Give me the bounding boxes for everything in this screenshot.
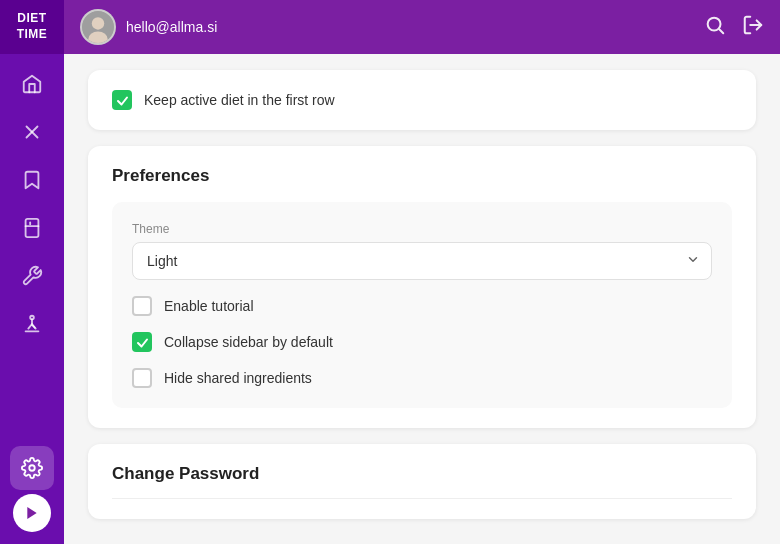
change-password-divider — [112, 498, 732, 499]
sidebar-item-food[interactable] — [10, 110, 54, 154]
svg-rect-2 — [26, 219, 39, 237]
search-icon[interactable] — [704, 14, 726, 41]
sidebar-item-tools[interactable] — [10, 254, 54, 298]
app-logo: DIET TIME — [0, 0, 64, 54]
sidebar-bottom — [10, 446, 54, 532]
svg-marker-7 — [27, 507, 36, 519]
keep-active-diet-label: Keep active diet in the first row — [144, 92, 335, 108]
theme-select[interactable]: Light Dark System — [132, 242, 712, 280]
hide-shared-label: Hide shared ingredients — [164, 370, 312, 386]
sidebar-item-activity[interactable] — [10, 302, 54, 346]
sidebar-item-home[interactable] — [10, 62, 54, 106]
preferences-title: Preferences — [112, 166, 732, 186]
sidebar-item-fridge[interactable] — [10, 206, 54, 250]
collapse-sidebar-row[interactable]: Collapse sidebar by default — [132, 332, 712, 352]
theme-group: Theme Light Dark System — [132, 222, 712, 280]
sidebar-item-play[interactable] — [13, 494, 51, 532]
change-password-title: Change Password — [112, 464, 732, 484]
hide-shared-checkbox[interactable] — [132, 368, 152, 388]
sidebar-nav — [10, 62, 54, 446]
content-area: Keep active diet in the first row Prefer… — [64, 54, 780, 544]
svg-point-9 — [92, 17, 104, 29]
enable-tutorial-label: Enable tutorial — [164, 298, 254, 314]
svg-point-6 — [29, 465, 35, 471]
main-content: hello@allma.si Keep active diet in the f… — [64, 0, 780, 544]
theme-select-wrapper[interactable]: Light Dark System — [132, 242, 712, 280]
keep-active-diet-card: Keep active diet in the first row — [88, 70, 756, 130]
theme-label: Theme — [132, 222, 712, 236]
collapse-sidebar-label: Collapse sidebar by default — [164, 334, 333, 350]
enable-tutorial-row[interactable]: Enable tutorial — [132, 296, 712, 316]
sidebar-item-bookmark[interactable] — [10, 158, 54, 202]
collapse-sidebar-checkbox[interactable] — [132, 332, 152, 352]
sidebar-item-settings[interactable] — [10, 446, 54, 490]
enable-tutorial-checkbox[interactable] — [132, 296, 152, 316]
sidebar: DIET TIME — [0, 0, 64, 544]
keep-active-diet-checkbox[interactable] — [112, 90, 132, 110]
avatar — [80, 9, 116, 45]
header: hello@allma.si — [64, 0, 780, 54]
preferences-inner: Theme Light Dark System — [112, 202, 732, 408]
preferences-card: Preferences Theme Light Dark System — [88, 146, 756, 428]
svg-line-12 — [719, 29, 723, 33]
hide-shared-row[interactable]: Hide shared ingredients — [132, 368, 712, 388]
change-password-card: Change Password — [88, 444, 756, 519]
header-icons — [704, 14, 764, 41]
header-email: hello@allma.si — [126, 19, 694, 35]
logout-icon[interactable] — [742, 14, 764, 41]
